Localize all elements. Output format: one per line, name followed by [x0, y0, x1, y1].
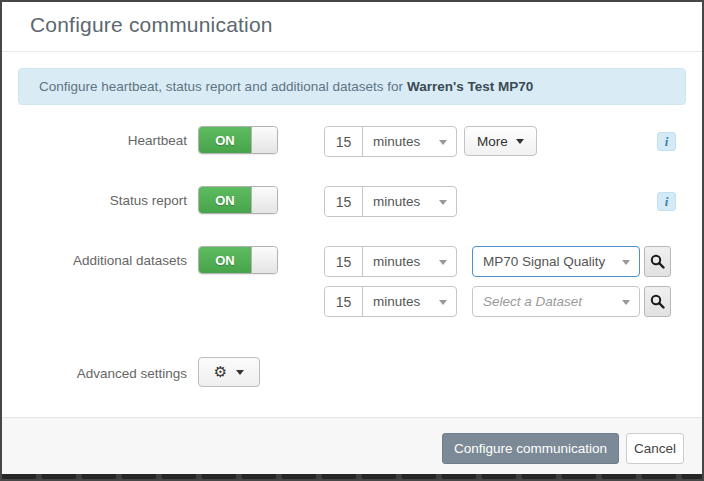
advanced-settings-button[interactable]: ⚙ [198, 357, 260, 387]
toggle-knob [251, 127, 277, 153]
dataset2-unit-value: minutes [373, 294, 420, 309]
info-banner: Configure heartbeat, status report and a… [18, 68, 686, 105]
status-report-unit-value: minutes [373, 194, 420, 209]
chevron-down-icon [622, 260, 630, 265]
chevron-down-icon [439, 300, 447, 305]
device-name: Warren's Test MP70 [407, 79, 533, 94]
dataset2-search-button[interactable] [644, 286, 671, 317]
status-report-info-icon[interactable]: i [657, 192, 676, 211]
chevron-down-icon [622, 300, 630, 305]
dataset2-interval-input[interactable] [325, 287, 363, 316]
chevron-down-icon [439, 260, 447, 265]
configure-communication-dialog: Configure communication Configure heartb… [0, 0, 704, 481]
gear-icon: ⚙ [214, 365, 227, 380]
search-icon [650, 254, 665, 269]
more-button-label: More [477, 134, 508, 149]
dataset1-search-button[interactable] [644, 246, 671, 277]
dataset2-interval-group: minutes [324, 286, 457, 317]
dialog-title: Configure communication [30, 13, 273, 37]
dataset2-unit-select[interactable]: minutes [363, 287, 456, 316]
toggle-on-label: ON [199, 187, 251, 213]
heartbeat-interval-group: minutes [324, 126, 457, 157]
status-report-unit-select[interactable]: minutes [363, 187, 456, 216]
heartbeat-interval-input[interactable] [325, 127, 363, 156]
toggle-on-label: ON [199, 247, 251, 273]
cancel-button[interactable]: Cancel [626, 433, 684, 464]
heartbeat-unit-select[interactable]: minutes [363, 127, 456, 156]
heartbeat-toggle[interactable]: ON [198, 126, 278, 154]
dataset2-select[interactable]: Select a Dataset [472, 286, 640, 317]
status-report-toggle[interactable]: ON [198, 186, 278, 214]
heartbeat-info-icon[interactable]: i [657, 132, 676, 151]
background-page-strip [2, 474, 702, 479]
dialog-header: Configure communication [2, 2, 702, 52]
dataset1-interval-input[interactable] [325, 247, 363, 276]
info-banner-text: Configure heartbeat, status report and a… [39, 79, 403, 94]
heartbeat-label: Heartbeat [27, 133, 187, 148]
chevron-down-icon [439, 200, 447, 205]
additional-datasets-toggle[interactable]: ON [198, 246, 278, 274]
advanced-settings-label: Advanced settings [27, 366, 187, 381]
toggle-knob [251, 187, 277, 213]
status-report-label: Status report [27, 193, 187, 208]
search-icon [650, 294, 665, 309]
toggle-knob [251, 247, 277, 273]
dataset1-unit-value: minutes [373, 254, 420, 269]
dataset1-value: MP70 Signal Quality [483, 254, 605, 269]
chevron-down-icon [439, 140, 447, 145]
dataset1-unit-select[interactable]: minutes [363, 247, 456, 276]
status-report-interval-input[interactable] [325, 187, 363, 216]
heartbeat-unit-value: minutes [373, 134, 420, 149]
chevron-down-icon [236, 370, 244, 375]
status-report-interval-group: minutes [324, 186, 457, 217]
more-button[interactable]: More [464, 126, 537, 156]
configure-communication-button[interactable]: Configure communication [442, 433, 619, 464]
dataset2-placeholder: Select a Dataset [483, 294, 582, 309]
dataset1-interval-group: minutes [324, 246, 457, 277]
dataset1-select[interactable]: MP70 Signal Quality [472, 246, 640, 277]
additional-datasets-label: Additional datasets [27, 253, 187, 268]
toggle-on-label: ON [199, 127, 251, 153]
chevron-down-icon [516, 139, 524, 144]
